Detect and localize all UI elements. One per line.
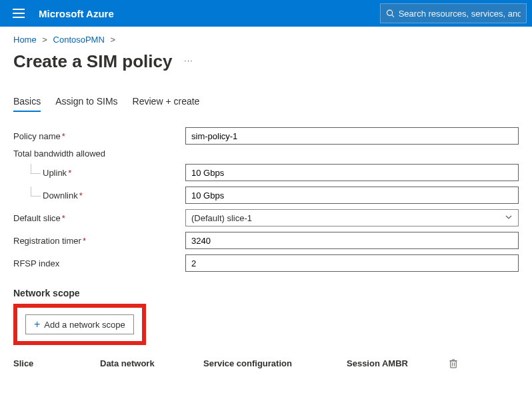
- global-search-input[interactable]: [399, 9, 521, 19]
- breadcrumb: Home > ContosoPMN >: [13, 35, 519, 45]
- svg-line-4: [392, 15, 394, 17]
- tab-bar: Basics Assign to SIMs Review + create: [13, 96, 519, 113]
- page-title: Create a SIM policy: [13, 51, 172, 72]
- add-network-scope-label: Add a network scope: [44, 320, 125, 330]
- col-data-network: Data network: [100, 358, 203, 370]
- brand-label: Microsoft Azure: [39, 8, 114, 19]
- delete-column-button[interactable]: [443, 358, 463, 370]
- search-icon: [386, 9, 395, 18]
- rfsp-index-label: RFSP index: [13, 258, 185, 268]
- hamburger-icon: [13, 9, 25, 18]
- add-network-scope-button[interactable]: + Add a network scope: [25, 314, 134, 334]
- col-service-configuration: Service configuration: [203, 358, 347, 370]
- default-slice-label: Default slice*: [13, 213, 185, 223]
- tab-review-create[interactable]: Review + create: [133, 96, 200, 112]
- default-slice-value: (Default) slice-1: [191, 213, 252, 223]
- highlight-annotation: + Add a network scope: [13, 304, 146, 345]
- policy-name-input[interactable]: [185, 127, 519, 145]
- col-session-ambr: Session AMBR: [347, 358, 443, 370]
- more-actions-button[interactable]: ···: [184, 55, 193, 65]
- trash-icon: [449, 358, 458, 368]
- registration-timer-label: Registration timer*: [13, 236, 185, 246]
- default-slice-select[interactable]: (Default) slice-1: [185, 209, 519, 226]
- registration-timer-input[interactable]: [185, 232, 519, 249]
- breadcrumb-home[interactable]: Home: [13, 35, 37, 45]
- breadcrumb-resource[interactable]: ContosoPMN: [53, 35, 105, 45]
- svg-rect-5: [451, 361, 456, 368]
- bandwidth-group-label: Total bandwidth allowed: [13, 149, 519, 159]
- hamburger-menu-button[interactable]: [5, 0, 32, 27]
- network-scope-table-header: Slice Data network Service configuration…: [13, 358, 519, 370]
- uplink-input[interactable]: [185, 164, 519, 181]
- tab-assign-to-sims[interactable]: Assign to SIMs: [55, 96, 117, 112]
- svg-rect-2: [13, 17, 25, 18]
- azure-top-bar: Microsoft Azure: [0, 0, 532, 27]
- policy-name-label: Policy name*: [13, 131, 185, 141]
- chevron-down-icon: [505, 213, 513, 223]
- plus-icon: +: [34, 319, 40, 330]
- svg-rect-1: [13, 13, 25, 14]
- downlink-label: Downlink*: [13, 191, 185, 201]
- global-search[interactable]: [380, 3, 527, 23]
- svg-point-3: [387, 10, 392, 15]
- uplink-label: Uplink*: [13, 168, 185, 178]
- svg-rect-0: [13, 9, 25, 10]
- breadcrumb-separator: >: [110, 35, 115, 45]
- rfsp-index-input[interactable]: [185, 254, 519, 272]
- tab-basics[interactable]: Basics: [13, 96, 41, 112]
- col-slice: Slice: [13, 358, 100, 370]
- breadcrumb-separator: >: [42, 35, 47, 45]
- network-scope-heading: Network scope: [13, 288, 519, 298]
- downlink-input[interactable]: [185, 187, 519, 204]
